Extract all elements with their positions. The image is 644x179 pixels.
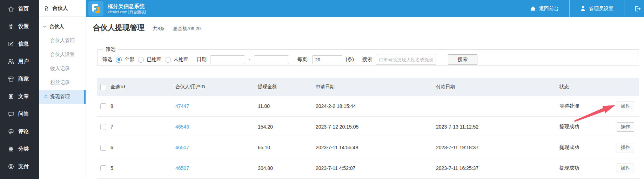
sidebar-item-payments[interactable]: 支付 [0, 158, 39, 175]
submenu-item-withdraw-manage[interactable]: 提现管理 [39, 90, 86, 104]
radio-unprocessed-icon[interactable] [165, 57, 171, 63]
radio-processed[interactable]: 已处理 [138, 56, 161, 63]
date-label: 日期 [197, 56, 207, 63]
date-to-input[interactable] [254, 55, 289, 64]
row-checkbox[interactable] [100, 124, 106, 130]
home-icon [8, 6, 14, 12]
header-apply-date: 申请日期 [316, 84, 436, 90]
sidebar-item-users[interactable]: 用户 [0, 53, 39, 70]
sidebar-item-label: 文章 [18, 93, 29, 100]
cell-apply-date: 2023-7-11 14:55:48 [316, 145, 436, 150]
user-icon [580, 6, 586, 12]
radio-all[interactable]: 全部 [116, 56, 134, 63]
sidebar-item-label: 商家 [18, 76, 29, 82]
header-amount: 提现金额 [258, 84, 316, 90]
qa-icon [8, 111, 14, 117]
sidebar-item-label: 评论 [18, 128, 29, 135]
category-icon [8, 146, 14, 152]
main-content: 合伙人提现管理 共8条 总金额709.20 筛选 筛选 全部 已处理 未处理 [86, 17, 644, 179]
sidebar-item-label: 设置 [18, 23, 29, 30]
admin-settings-link[interactable]: 管理员设置 [570, 0, 624, 17]
row-checkbox[interactable] [100, 145, 106, 151]
topbar: 框分类信息系统 kfenlei.com [后台面板] 返回前台 管理员设置 [86, 0, 644, 17]
radio-processed-icon[interactable] [138, 57, 144, 63]
partner-id-link[interactable]: 46543 [175, 124, 258, 130]
cell-id: 5 [110, 165, 175, 171]
action-button[interactable]: 操作 [617, 122, 634, 132]
article-icon [8, 93, 14, 100]
action-button[interactable]: 操作 [617, 143, 634, 152]
radio-unprocessed[interactable]: 未处理 [165, 56, 188, 63]
active-bullet-icon [45, 95, 47, 98]
partner-id-link[interactable]: 46507 [175, 165, 258, 171]
row-checkbox[interactable] [100, 103, 106, 109]
cell-apply-date: 2023-7-11 4:52:07 [316, 165, 436, 171]
submenu-item-label: 收入记录 [50, 66, 70, 72]
search-button[interactable]: 搜索 [448, 54, 477, 65]
sidebar-item-articles[interactable]: 文章 [0, 88, 39, 105]
withdraw-table: 全选 id 合伙人/用户ID 提现金额 申请日期 付款日期 状态 8 47447… [97, 78, 639, 179]
date-from-input[interactable] [210, 55, 245, 64]
submenu-header: 合伙人 [39, 0, 86, 17]
sidebar-item-messages[interactable]: 信息 [0, 35, 39, 53]
submenu-item-income-records[interactable]: 收入记录 [39, 62, 86, 76]
cell-id: 6 [110, 145, 175, 150]
select-all-checkbox[interactable] [100, 84, 106, 90]
action-button[interactable]: 操作 [617, 164, 634, 173]
filter-label: 筛选 [102, 56, 112, 63]
total-amount: 总金额709.20 [173, 26, 201, 32]
sidebar-item-categories[interactable]: 分类 [0, 140, 39, 158]
sidebar-item-label: 首页 [18, 6, 29, 12]
filter-row: 筛选 全部 已处理 未处理 日期 - 每页: ( [102, 54, 635, 65]
cell-pay-date: 2023-7-11 19:18:37 [436, 145, 559, 150]
per-page-input[interactable] [312, 55, 342, 64]
submenu-header-label: 合伙人 [52, 5, 68, 12]
partner-id-link[interactable]: 46507 [175, 145, 258, 150]
brand-subtitle: kfenlei.com [后台面板] [108, 9, 146, 14]
cell-status: 提现成功 [559, 165, 617, 171]
table-row: 5 46507 304.80 2023-7-11 4:52:07 2023-7-… [97, 158, 639, 179]
brand-title: 框分类信息系统 [108, 3, 146, 10]
cell-apply-date: 2024-2-2 18:15:44 [316, 103, 436, 109]
cell-status: 提现成功 [559, 124, 617, 130]
store-icon [8, 76, 14, 82]
sidebar-item-merchants[interactable]: 商家 [0, 70, 39, 88]
action-button[interactable]: 操作 [617, 102, 634, 111]
cell-pay-date: 2023-7-13 11:12:52 [436, 124, 559, 130]
partner-id-link[interactable]: 47447 [175, 103, 258, 109]
topbar-actions: 返回前台 管理员设置 [519, 0, 644, 17]
cell-id: 7 [110, 124, 175, 130]
partner-submenu: 合伙人 合伙人 合伙人管理 合伙人设置 收入记录 粉丝记录 提现管理 [39, 0, 86, 179]
cell-amount: 65.10 [258, 145, 316, 150]
sidebar-item-qa[interactable]: 问答 [0, 105, 39, 123]
radio-unprocessed-label: 未处理 [174, 56, 188, 63]
sidebar-item-settings[interactable]: 设置 [0, 18, 39, 35]
sidebar-item-label: 分类 [18, 146, 29, 152]
header-status: 状态 [559, 84, 617, 90]
per-page-unit: (条) [346, 56, 354, 63]
cell-status: 等待处理 [559, 103, 617, 109]
sidebar-item-home[interactable]: 首页 [0, 0, 39, 18]
cell-amount: 11.00 [258, 103, 316, 109]
table-row: 8 47447 11.00 2024-2-2 18:15:44 等待处理 操作 [97, 96, 639, 117]
users-icon [8, 58, 14, 65]
radio-all-label: 全部 [125, 56, 134, 63]
row-checkbox[interactable] [100, 165, 106, 171]
page-header: 合伙人提现管理 共8条 总金额709.20 [93, 23, 201, 33]
main-sidebar: 首页 设置 信息 用户 商家 文章 问答 评论 [0, 0, 39, 179]
submenu-item-fans-records[interactable]: 粉丝记录 [39, 76, 86, 90]
radio-all-icon[interactable] [116, 57, 122, 63]
submenu-group-partner[interactable]: 合伙人 [39, 20, 86, 34]
sidebar-item-comments[interactable]: 评论 [0, 123, 39, 140]
header-pay-date: 付款日期 [436, 84, 559, 90]
logout-button[interactable] [624, 0, 644, 17]
search-input[interactable] [376, 55, 436, 65]
header-partner: 合伙人/用户ID [175, 84, 258, 90]
logo-glyph-icon [88, 1, 103, 16]
back-to-front-link[interactable]: 返回前台 [519, 0, 569, 17]
submenu-item-partner-settings[interactable]: 合伙人设置 [39, 48, 86, 62]
submenu-item-partner-manage[interactable]: 合伙人管理 [39, 34, 86, 48]
submenu-item-label: 提现管理 [50, 94, 70, 100]
sidebar-item-label: 信息 [18, 41, 29, 47]
page-title: 合伙人提现管理 [93, 23, 145, 33]
